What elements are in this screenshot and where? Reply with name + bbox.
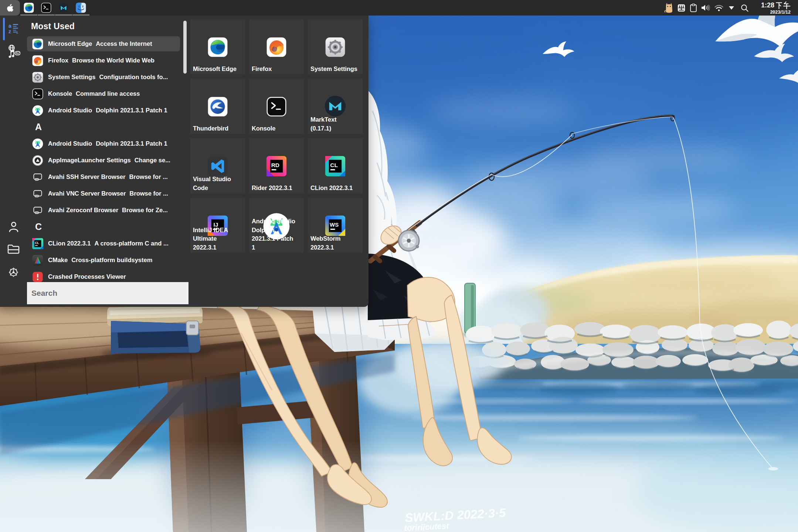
- system-settings-icon: [32, 72, 43, 83]
- taskbar-app-edge[interactable]: [20, 0, 37, 16]
- categories-icon: [7, 44, 20, 58]
- app-name: AppImageLauncher Settings: [48, 157, 131, 164]
- app-list-item-appimagelauncher[interactable]: AppImageLauncher Settings Change se...: [27, 153, 180, 168]
- running-indicator: [38, 14, 55, 16]
- grid-app-label: CLion 2022.3.1: [310, 184, 361, 192]
- android-studio-icon: [32, 138, 43, 149]
- volume-icon[interactable]: [699, 0, 712, 16]
- grid-app-clion[interactable]: CLion 2022.3.1: [308, 138, 363, 193]
- grid-app-label: MarkText (0.17.1): [310, 115, 346, 133]
- app-list-item-firefox[interactable]: Firefox Browse the World Wide Web: [27, 53, 180, 68]
- grid-app-microsoft-edge[interactable]: Microsoft Edge: [190, 19, 245, 74]
- avahi-icon: [32, 205, 43, 216]
- microsoft-edge-icon: [24, 3, 34, 13]
- grid-app-android-studio[interactable]: Android Studio Dolphin 2021.3.1 Patch 1: [249, 198, 304, 253]
- konsole-icon: [32, 88, 43, 99]
- system-settings-icon: [325, 37, 346, 57]
- avahi-icon: [32, 188, 43, 199]
- section-title: Most Used: [31, 21, 75, 31]
- app-name: Crashed Processes Viewer: [48, 273, 126, 280]
- app-list-item-cmake[interactable]: CMake Cross-platform buildsystem: [27, 253, 180, 268]
- app-list-item-konsole[interactable]: Konsole Command line access: [27, 86, 180, 101]
- sidebar-tab-categories[interactable]: [0, 44, 27, 58]
- app-list-item-microsoft-edge[interactable]: Microsoft Edge Access the Internet: [27, 36, 180, 51]
- clion-icon: [325, 156, 346, 176]
- app-description: Dolphin 2021.3.1 Patch 1: [96, 140, 167, 147]
- top-bar: 1:28 2023/1/12: [0, 0, 798, 16]
- grid-app-marktext[interactable]: MarkText (0.17.1): [308, 79, 363, 134]
- grid-app-webstorm[interactable]: WebStorm 2022.3.1: [308, 198, 363, 253]
- grid-app-label: Rider 2022.3.1: [252, 184, 302, 192]
- clock[interactable]: 1:28 2023/1/12: [755, 1, 791, 15]
- app-name: Avahi SSH Server Browser: [48, 173, 125, 180]
- pm-label-glyph: [776, 1, 791, 9]
- search-icon[interactable]: [737, 0, 751, 16]
- app-description: Command line access: [76, 90, 140, 97]
- marktext-icon: [324, 95, 346, 117]
- clock-date: 2023/1/12: [755, 10, 791, 15]
- app-list-item-avahi-ssh[interactable]: Avahi SSH Server Browser Browse for ...: [27, 169, 180, 184]
- settings-gear-icon: [8, 267, 19, 278]
- app-list-item-clion[interactable]: CLion 2022.3.1 A cross-platform C and ..…: [27, 236, 180, 251]
- sidebar-files-button[interactable]: [0, 244, 27, 254]
- list-scrollbar[interactable]: [183, 21, 187, 74]
- app-description: Change se...: [135, 157, 170, 164]
- caret-down-icon[interactable]: [726, 0, 737, 16]
- crashed-processes-icon: [32, 271, 43, 282]
- apple-icon: [6, 3, 14, 13]
- sidebar-user-button[interactable]: [0, 221, 27, 233]
- appimagelauncher-icon: [32, 155, 43, 166]
- app-description: Configuration tools fo...: [99, 74, 168, 81]
- app-description: Browse for ...: [129, 173, 168, 180]
- app-list-item-android-studio-2[interactable]: Android Studio Dolphin 2021.3.1 Patch 1: [27, 136, 180, 151]
- app-list-item-avahi-zeroconf[interactable]: Avahi Zeroconf Browser Browse for Ze...: [27, 203, 180, 218]
- app-description: Dolphin 2021.3.1 Patch 1: [96, 107, 167, 114]
- grid-app-system-settings[interactable]: System Settings: [308, 19, 363, 74]
- app-description: Browse for ...: [129, 190, 168, 197]
- app-list-item-system-settings[interactable]: System Settings Configuration tools fo..…: [27, 70, 180, 85]
- grid-app-label: Android Studio Dolphin 2021.3.1 Patch 1: [252, 217, 298, 252]
- search-input[interactable]: [27, 282, 189, 304]
- clipboard-icon[interactable]: [687, 0, 699, 16]
- app-list-item-android-studio[interactable]: Android Studio Dolphin 2021.3.1 Patch 1: [27, 103, 180, 118]
- water-haze: [0, 440, 798, 532]
- clion-icon: [32, 238, 43, 249]
- clock-time: 1:28: [755, 1, 791, 9]
- firefox-icon: [266, 37, 287, 57]
- visual-studio-code-icon: [208, 156, 228, 176]
- firefox-icon: [32, 55, 43, 66]
- taskbar-app-finder[interactable]: [72, 0, 89, 16]
- clock-time-value: 1:28: [761, 2, 774, 9]
- apple-menu-button[interactable]: [0, 0, 20, 16]
- running-indicator: [55, 14, 72, 16]
- avahi-icon: [32, 172, 43, 183]
- app-name: Konsole: [48, 90, 72, 97]
- webstorm-icon: [325, 216, 346, 236]
- konsole-icon: [41, 3, 51, 13]
- app-grid: Microsoft Edge Firefox System Settings T…: [190, 19, 363, 253]
- folder-icon: [7, 244, 20, 254]
- grid-app-thunderbird[interactable]: Thunderbird: [190, 79, 245, 134]
- wifi-icon[interactable]: [712, 0, 726, 16]
- cmake-icon: [32, 255, 43, 266]
- grid-app-intellij-idea[interactable]: IntelliJ IDEA Ultimate 2022.3.1: [190, 198, 245, 253]
- app-description: A cross-platform C and ...: [95, 240, 169, 247]
- taskbar-app-marktext[interactable]: [55, 0, 72, 16]
- running-indicator: [20, 14, 37, 16]
- app-list-item-avahi-vnc[interactable]: Avahi VNC Server Browser Browse for ...: [27, 186, 180, 201]
- desktop: SWKL:D 2022·3·5 toririicutest: [0, 0, 798, 532]
- app-description: Cross-platform buildsystem: [71, 257, 152, 264]
- grid-app-konsole[interactable]: Konsole: [249, 79, 304, 134]
- grid-app-firefox[interactable]: Firefox: [249, 19, 304, 74]
- running-indicator: [72, 14, 89, 16]
- grid-app-label: System Settings: [310, 65, 361, 73]
- sidebar-settings-button[interactable]: [0, 267, 27, 278]
- cat-pet-icon[interactable]: [663, 0, 675, 16]
- input-method-icon[interactable]: [675, 0, 687, 16]
- konsole-icon: [266, 96, 287, 117]
- grid-app-visual-studio-code[interactable]: Visual Studio Code: [190, 138, 245, 193]
- svg-text:a: a: [9, 23, 11, 29]
- taskbar-app-konsole[interactable]: [38, 0, 55, 16]
- grid-app-rider[interactable]: Rider 2022.3.1: [249, 138, 304, 193]
- sidebar-tab-all-apps[interactable]: a z: [0, 23, 27, 34]
